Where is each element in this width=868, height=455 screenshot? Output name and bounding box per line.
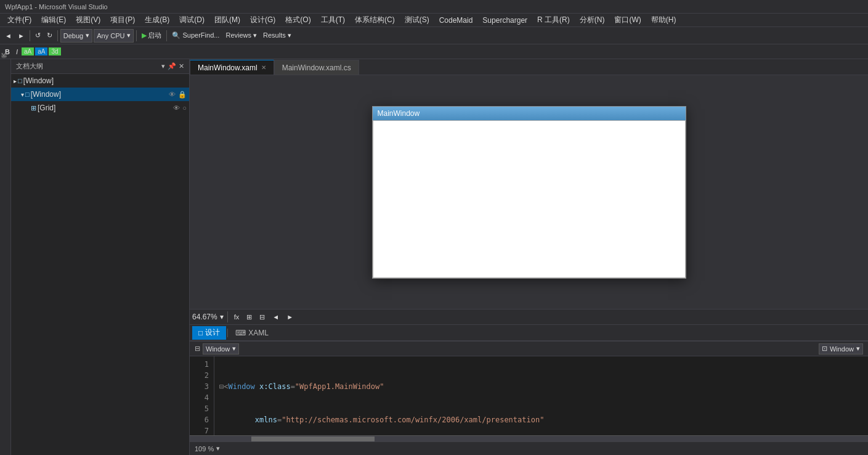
menu-project[interactable]: 项目(P) [105, 14, 140, 27]
menu-format[interactable]: 格式(O) [280, 14, 315, 27]
code-line-1: ⊟<Window x:Class="WpfApp1.MainWindow" [219, 381, 863, 392]
sep-zoom [227, 311, 228, 322]
menu-architecture[interactable]: 体系结构(C) [350, 14, 400, 27]
wpf-content [373, 120, 686, 278]
start-button[interactable]: ▶ 启动 [139, 29, 164, 43]
title-text: WpfApp1 - Microsoft Visual Studio [5, 3, 108, 10]
menu-rtools[interactable]: R 工具(R) [532, 14, 575, 27]
outline-item-window-child[interactable]: ▾ □ [Window] 👁 🔒 [11, 88, 189, 101]
menu-codemaid[interactable]: CodeMaid [434, 15, 478, 26]
left-icon-outline[interactable]: 大纲 [0, 62, 10, 64]
chevron-down-icon: ▾ [86, 31, 89, 39]
menu-supercharger[interactable]: Supercharger [477, 15, 532, 26]
eye-icon[interactable]: 👁 [169, 91, 176, 99]
design-tab-icon: □ [198, 329, 203, 337]
zoom-status-bar: 109 % ▾ [190, 441, 868, 455]
code-line-2: xmlns="http://schemas.microsoft.com/winf… [219, 414, 863, 425]
panel-header-left: 文档大纲 [16, 62, 43, 71]
grid-btn1[interactable]: ⊞ [244, 310, 254, 324]
code-editor[interactable]: 1 2 3 4 5 6 7 8 ⊟<Window x:Class="WpfApp… [190, 356, 868, 435]
reviews-button[interactable]: Reviews ▾ [223, 29, 259, 43]
menu-file[interactable]: 文件(F) [2, 14, 36, 27]
lock-icon[interactable]: 🔒 [178, 91, 187, 99]
title-bar: WpfApp1 - Microsoft Visual Studio [0, 0, 868, 14]
zoom-percent: 109 % [195, 445, 214, 453]
wpf-titlebar: MainWindow [373, 107, 686, 120]
grid-icon: ⊞ [31, 104, 36, 112]
panel-header-icons: ▾ 📌 ✕ [161, 62, 184, 70]
window-child-label: [Window] [31, 90, 61, 99]
scroll-thumb[interactable] [251, 437, 375, 441]
pin-icon[interactable]: 📌 [168, 62, 176, 70]
nav-back-button[interactable]: ◄ [2, 29, 14, 43]
menu-bar: 文件(F) 编辑(E) 视图(V) 项目(P) 生成(B) 调试(D) 团队(M… [0, 14, 868, 27]
zoom-value: 64.67% [192, 313, 217, 321]
menu-window[interactable]: 窗口(W) [609, 14, 646, 27]
dropdown-arrow-icon[interactable]: ▾ [161, 62, 165, 70]
window-child-bracket: □ [25, 91, 30, 98]
menu-analyze[interactable]: 分析(N) [575, 14, 610, 27]
icon-green2[interactable]: 3d [49, 47, 60, 55]
expand-icon: ▾ [21, 91, 24, 98]
menu-view[interactable]: 视图(V) [71, 14, 105, 27]
menu-team[interactable]: 团队(M) [209, 14, 245, 27]
undo-button[interactable]: ↺ [33, 29, 43, 43]
design-xaml-tabs: □ 设计 ⌨ XAML [190, 325, 868, 341]
icon-green1[interactable]: aA [22, 47, 34, 55]
nav-forward-button[interactable]: ► [15, 29, 27, 43]
icon-blue1[interactable]: aA [35, 47, 47, 55]
toolbar2: B I aA aA 3d [0, 44, 868, 59]
grid-lock-icon[interactable]: ○ [182, 104, 187, 112]
zoom-dropdown-icon[interactable]: ▾ [220, 313, 224, 321]
separator4 [166, 30, 167, 41]
window-root-bracket: □ [18, 77, 22, 84]
xaml-tab-icon: ⌨ [235, 329, 246, 337]
chevron-down-icon: ▾ [127, 31, 131, 39]
menu-design[interactable]: 设计(G) [245, 14, 280, 27]
outline-item-window-root[interactable]: ▸ □ [Window] [11, 74, 189, 88]
wpf-window-title: MainWindow [378, 109, 420, 118]
code-content[interactable]: ⊟<Window x:Class="WpfApp1.MainWindow" xm… [214, 356, 868, 435]
results-button[interactable]: Results ▾ [261, 29, 294, 43]
tab-xaml[interactable]: MainWindow.xaml ✕ [190, 60, 274, 75]
tabs-area: MainWindow.xaml ✕ MainWindow.xaml.cs Mai… [190, 59, 868, 455]
menu-help[interactable]: 帮助(H) [646, 14, 681, 27]
menu-test[interactable]: 测试(S) [400, 14, 434, 27]
tab-cs[interactable]: MainWindow.xaml.cs [274, 60, 359, 75]
zoom-decrement[interactable]: ▾ [216, 445, 220, 453]
grid-icons: 👁 ○ [173, 104, 187, 112]
design-tab-xaml[interactable]: ⌨ XAML [229, 326, 275, 340]
breadcrumb-right[interactable]: ⊡ Window ▾ [819, 343, 863, 355]
redo-button[interactable]: ↻ [44, 29, 55, 43]
grid-eye-icon[interactable]: 👁 [173, 104, 180, 112]
grid-label: [Grid] [38, 104, 55, 112]
horizontal-scrollbar[interactable] [190, 435, 868, 441]
bold-button[interactable]: B [2, 45, 12, 59]
italic-button[interactable]: I [14, 45, 20, 59]
design-tab-design[interactable]: □ 设计 [192, 326, 226, 340]
formula-button[interactable]: fx [232, 310, 242, 324]
tab-separator [227, 329, 228, 337]
design-surface[interactable]: MainWindow [190, 75, 868, 309]
menu-build[interactable]: 生成(B) [140, 14, 174, 27]
superfind-button[interactable]: 🔍 SuperFind... [169, 29, 222, 43]
line-numbers: 1 2 3 4 5 6 7 8 [190, 356, 214, 435]
main-layout: 大纲 文档大纲 ▾ 📌 ✕ ▸ □ [Window] ▾ □ [0, 59, 868, 455]
breadcrumb-left[interactable]: Window ▾ [203, 343, 239, 355]
menu-tools[interactable]: 工具(T) [316, 14, 350, 27]
tab-xaml-close[interactable]: ✕ [261, 64, 266, 71]
platform-dropdown[interactable]: Any CPU ▾ [94, 29, 134, 43]
wpf-window-preview: MainWindow [372, 106, 686, 279]
expand-collapse-icon[interactable]: ⊟ [195, 345, 200, 353]
outline-content: ▸ □ [Window] ▾ □ [Window] 👁 🔒 ⊞ [Grid] 👁 [11, 74, 189, 455]
arrow-right-btn[interactable]: ► [284, 310, 296, 324]
grid-btn2[interactable]: ⊟ [257, 310, 267, 324]
debug-mode-dropdown[interactable]: Debug ▾ [60, 29, 92, 43]
arrow-left-btn[interactable]: ◄ [270, 310, 282, 324]
breadcrumb-bar: ⊟ Window ▾ ⊡ Window ▾ [190, 342, 868, 356]
menu-edit[interactable]: 编辑(E) [36, 14, 71, 27]
menu-debug[interactable]: 调试(D) [174, 14, 209, 27]
chevron-right-icon: ▾ [856, 345, 860, 353]
outline-item-grid[interactable]: ⊞ [Grid] 👁 ○ [11, 101, 189, 115]
close-panel-button[interactable]: ✕ [179, 62, 184, 70]
